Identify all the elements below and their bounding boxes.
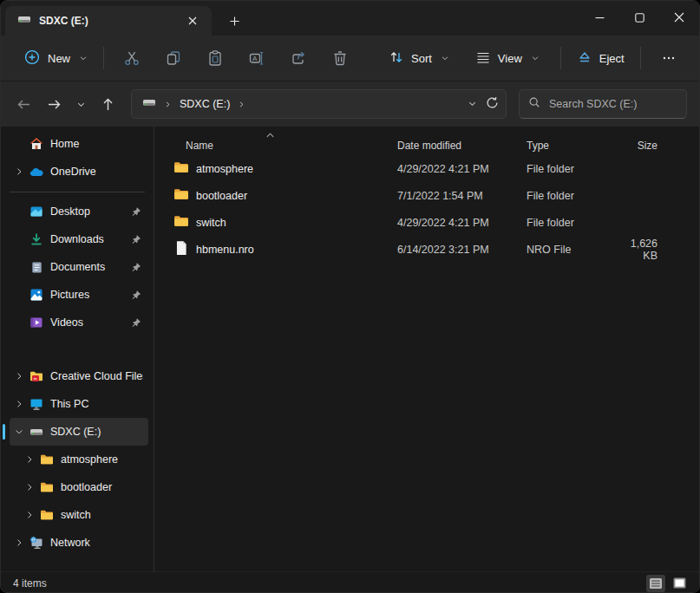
command-bar: New <box>1 36 699 81</box>
copy-button[interactable] <box>156 42 191 74</box>
column-header-size[interactable]: Size <box>614 133 692 152</box>
address-dropdown-icon[interactable] <box>468 96 477 112</box>
tab-sdxc[interactable]: SDXC (E:) <box>5 6 212 36</box>
sidebar-item-label: Documents <box>50 261 129 273</box>
sidebar-item-this-pc[interactable]: This PC <box>10 390 148 418</box>
column-header-date-modified[interactable]: Date modified <box>397 133 523 152</box>
chevron-right-icon[interactable] <box>20 510 39 520</box>
file-row-atmosphere[interactable]: atmosphere 4/29/2022 4:21 PM File folder <box>154 155 699 182</box>
drive-icon <box>17 12 31 29</box>
recent-locations-button[interactable] <box>70 90 91 118</box>
content-area: Home OneDrive Desktop <box>1 127 699 571</box>
more-options-button[interactable] <box>651 42 686 74</box>
column-headers: Name Date modified Type Size <box>154 129 699 155</box>
chevron-right-icon[interactable] <box>10 538 29 548</box>
details-view-icon <box>649 577 663 590</box>
sidebar-item-atmosphere[interactable]: atmosphere <box>10 446 148 473</box>
breadcrumb: SDXC (E:) <box>142 95 468 113</box>
home-icon <box>29 137 44 151</box>
chevron-down-icon <box>76 100 86 109</box>
tab-close-icon[interactable] <box>182 10 203 31</box>
search-icon <box>528 96 540 112</box>
sidebar-item-sdxc-drive[interactable]: SDXC (E:) <box>10 418 148 446</box>
sidebar-item-downloads[interactable]: Downloads <box>10 225 148 253</box>
sidebar-item-pictures[interactable]: Pictures <box>10 281 148 309</box>
chevron-right-icon[interactable] <box>10 371 29 381</box>
drive-icon <box>142 95 156 113</box>
sidebar-item-creative-cloud-files[interactable]: ∞ Creative Cloud Files <box>10 362 148 390</box>
ellipsis-icon <box>661 50 677 66</box>
sidebar-item-label: OneDrive <box>50 166 143 178</box>
breadcrumb-segment[interactable]: SDXC (E:) <box>180 98 230 110</box>
paste-button[interactable] <box>198 42 232 74</box>
chevron-right-icon[interactable] <box>238 96 245 112</box>
file-name: hbmenu.nro <box>196 244 254 256</box>
sort-icon <box>389 49 404 68</box>
plus-circle-icon <box>23 49 41 68</box>
chevron-right-icon[interactable] <box>164 96 172 112</box>
file-icon <box>173 240 189 258</box>
scissors-icon <box>123 49 141 67</box>
sidebar-item-videos[interactable]: Videos <box>10 309 148 336</box>
sidebar-item-desktop[interactable]: Desktop <box>10 198 148 225</box>
view-button-label: View <box>498 52 522 65</box>
file-row-bootloader[interactable]: bootloader 7/1/2022 1:54 PM File folder <box>154 182 699 209</box>
back-button[interactable] <box>10 90 37 118</box>
up-button[interactable] <box>94 90 121 118</box>
search-box[interactable] <box>519 89 687 119</box>
close-button[interactable] <box>659 1 699 34</box>
maximize-button[interactable] <box>619 1 659 34</box>
file-type: File folder <box>523 163 614 175</box>
eject-button[interactable]: Eject <box>568 43 633 74</box>
file-type: NRO File <box>523 244 614 256</box>
refresh-icon[interactable] <box>486 96 499 113</box>
sidebar-item-bootloader[interactable]: bootloader <box>10 473 148 501</box>
sidebar-item-label: SDXC (E:) <box>50 426 143 438</box>
file-row-switch[interactable]: switch 4/29/2022 4:21 PM File folder <box>154 209 699 236</box>
file-size: 1,626 KB <box>614 238 692 262</box>
cut-button[interactable] <box>114 42 149 74</box>
svg-text:∞: ∞ <box>33 375 37 381</box>
pin-icon <box>129 317 143 328</box>
chevron-right-icon[interactable] <box>20 454 39 465</box>
chevron-down-icon[interactable] <box>10 427 29 437</box>
sort-button[interactable]: Sort <box>380 43 458 74</box>
folder-icon <box>39 453 55 466</box>
chevron-right-icon[interactable] <box>20 482 39 492</box>
file-date-modified: 7/1/2022 1:54 PM <box>397 190 523 202</box>
column-header-type[interactable]: Type <box>523 133 614 152</box>
address-field[interactable]: SDXC (E:) <box>131 89 507 119</box>
view-icon <box>475 49 491 68</box>
minimize-button[interactable] <box>579 1 619 34</box>
sidebar-item-onedrive[interactable]: OneDrive <box>10 158 148 186</box>
sidebar-item-documents[interactable]: Documents <box>10 253 148 281</box>
file-name: atmosphere <box>196 163 253 175</box>
large-icons-view-button[interactable] <box>670 575 689 592</box>
new-tab-button[interactable] <box>222 9 246 33</box>
search-input[interactable] <box>549 98 677 110</box>
file-name: bootloader <box>196 190 247 202</box>
sidebar-item-home[interactable]: Home <box>10 130 148 158</box>
delete-button[interactable] <box>323 42 357 74</box>
onedrive-icon <box>29 165 44 179</box>
tab-label: SDXC (E:) <box>39 15 174 27</box>
rename-icon: A <box>248 49 265 67</box>
toolbar-divider <box>103 47 104 69</box>
details-view-button[interactable] <box>646 575 665 592</box>
copy-icon <box>165 49 182 67</box>
new-button[interactable]: New <box>15 42 96 75</box>
forward-button[interactable] <box>40 90 68 118</box>
share-button[interactable] <box>281 42 316 74</box>
chevron-right-icon[interactable] <box>10 399 29 409</box>
column-header-name[interactable]: Name <box>173 133 397 152</box>
sidebar-item-network[interactable]: Network <box>10 529 148 557</box>
rename-button[interactable]: A <box>239 42 274 74</box>
file-row-hbmenu-nro[interactable]: hbmenu.nro 6/14/2022 3:21 PM NRO File 1,… <box>154 236 699 263</box>
sort-ascending-icon <box>265 129 275 141</box>
sidebar-item-switch[interactable]: switch <box>10 501 148 529</box>
file-list-pane: Name Date modified Type Size atmosphere … <box>154 127 699 571</box>
view-button[interactable]: View <box>467 43 548 74</box>
chevron-right-icon[interactable] <box>10 166 29 177</box>
toolbar-divider <box>640 47 641 69</box>
toolbar-divider <box>560 47 561 69</box>
